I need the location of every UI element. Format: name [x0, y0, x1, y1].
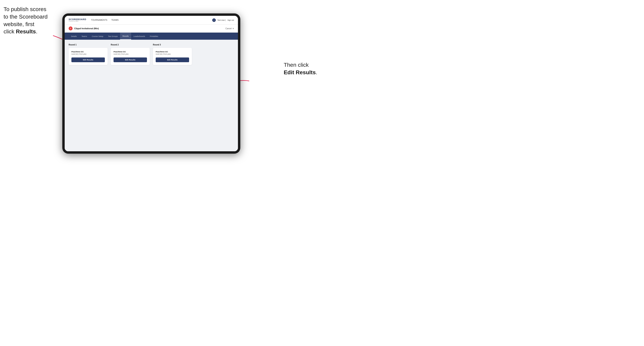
logo-text: SCOREBOARD [69, 18, 86, 20]
tablet-screen: SCOREBOARD Powered by clippd TOURNAMENTS… [65, 16, 238, 151]
tab-printables[interactable]: Printables [148, 33, 160, 40]
round-2-label: Round 2 [111, 44, 150, 46]
nav-tournaments[interactable]: TOURNAMENTS [91, 19, 108, 21]
tab-leaderboards[interactable]: Leaderboards [131, 33, 148, 40]
tab-teams[interactable]: Teams [79, 33, 90, 40]
sub-nav: Details Teams Course Setup Tee Groups Re… [65, 33, 238, 40]
top-nav: SCOREBOARD Powered by clippd TOURNAMENTS… [65, 16, 238, 24]
instruction-right: Then click Edit Results. [284, 61, 317, 76]
tournament-name: Clippd Invitational (Min) [74, 27, 99, 30]
round-3-card: Peachtree GC Gold (M) (7010 yds) Edit Re… [153, 48, 192, 65]
round-2-tee: Gold (M) (7010 yds) [114, 53, 147, 55]
tab-tee-groups[interactable]: Tee Groups [106, 33, 120, 40]
sign-out-link[interactable]: Sign out [228, 19, 234, 21]
logo-sub: Powered by clippd [69, 20, 86, 22]
tab-results[interactable]: Results [120, 33, 131, 40]
round-1-course: Peachtree GC [72, 51, 105, 53]
nav-links: TOURNAMENTS TEAMS [91, 19, 212, 21]
round-3-column: Round 3 Peachtree GC Gold (M) (7010 yds)… [153, 44, 192, 65]
edit-results-button-3[interactable]: Edit Results [156, 57, 189, 62]
round-1-column: Round 1 Peachtree GC Gold (M) (7010 yds)… [69, 44, 108, 65]
instruction-left: To publish scores to the Scoreboard webs… [4, 5, 48, 35]
round-3-label: Round 3 [153, 44, 192, 46]
user-name: Test User | [217, 19, 226, 21]
round-3-tee: Gold (M) (7010 yds) [156, 53, 189, 55]
round-4-column-empty [195, 44, 234, 65]
round-2-course: Peachtree GC [114, 51, 147, 53]
nav-right: U Test User | Sign out [212, 18, 234, 22]
tab-course-setup[interactable]: Course Setup [90, 33, 106, 40]
user-avatar: U [212, 18, 216, 22]
rounds-grid: Round 1 Peachtree GC Gold (M) (7010 yds)… [69, 44, 234, 65]
cancel-button[interactable]: Cancel ✕ [226, 27, 234, 30]
nav-teams[interactable]: TEAMS [111, 19, 119, 21]
edit-results-button-1[interactable]: Edit Results [72, 57, 105, 62]
round-1-card: Peachtree GC Gold (M) (7010 yds) Edit Re… [69, 48, 108, 65]
tablet: SCOREBOARD Powered by clippd TOURNAMENTS… [62, 13, 240, 154]
round-2-column: Round 2 Peachtree GC Gold (M) (7010 yds)… [111, 44, 150, 65]
tournament-icon: C [69, 26, 72, 30]
round-2-card: Peachtree GC Gold (M) (7010 yds) Edit Re… [111, 48, 150, 65]
tab-details[interactable]: Details [69, 33, 79, 40]
main-content: Round 1 Peachtree GC Gold (M) (7010 yds)… [65, 40, 238, 151]
round-1-label: Round 1 [69, 44, 108, 46]
tournament-title: C Clippd Invitational (Min) [69, 26, 99, 30]
round-3-course: Peachtree GC [156, 51, 189, 53]
edit-results-button-2[interactable]: Edit Results [114, 57, 147, 62]
tournament-header: C Clippd Invitational (Min) Cancel ✕ [65, 24, 238, 33]
scoreboard-logo: SCOREBOARD Powered by clippd [69, 18, 86, 22]
round-1-tee: Gold (M) (7010 yds) [72, 53, 105, 55]
